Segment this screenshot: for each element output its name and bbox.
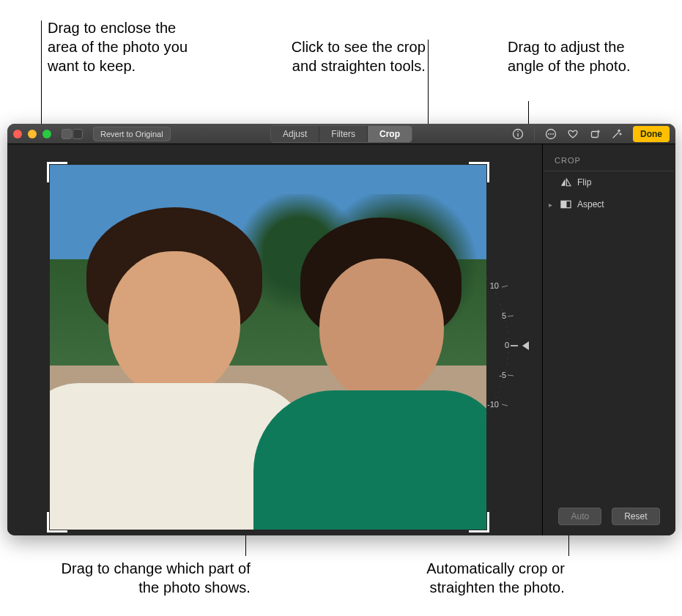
favorite-icon[interactable]: [567, 128, 579, 140]
editor-body: 10 5 0 -5 -10 CROP Flip ▸: [7, 144, 675, 535]
auto-enhance-icon[interactable]: [611, 128, 623, 140]
callout-pan-photo: Drag to change which part of the photo s…: [60, 559, 251, 597]
edit-mode-tabs: Adjust Filters Crop: [270, 125, 412, 143]
crop-handle-bottom-right[interactable]: [469, 512, 489, 532]
callout-text: Drag to enclose the area of the photo yo…: [48, 20, 188, 74]
callout-text: Drag to adjust the angle of the photo.: [508, 39, 631, 74]
svg-point-4: [548, 133, 549, 135]
flip-button[interactable]: Flip: [543, 171, 675, 193]
aspect-icon: [560, 200, 571, 209]
canvas-area: 10 5 0 -5 -10: [7, 144, 542, 535]
dial-tick: 5: [492, 311, 506, 320]
svg-line-11: [508, 375, 514, 376]
crop-handle-bottom-left[interactable]: [47, 512, 67, 532]
reset-button[interactable]: Reset: [612, 508, 659, 525]
dial-tick: 10: [484, 281, 499, 290]
zoom-window-button[interactable]: [42, 130, 51, 138]
auto-label: Auto: [571, 511, 589, 522]
aspect-menu[interactable]: ▸ Aspect: [543, 193, 675, 215]
done-button[interactable]: Done: [633, 126, 670, 142]
chevron-right-icon: ▸: [549, 201, 552, 209]
photo-crop-region[interactable]: [50, 165, 486, 530]
svg-point-6: [552, 133, 554, 135]
crop-handle-top-left[interactable]: [47, 162, 67, 182]
callout-crop-tab: Click to see the crop and straighten too…: [279, 37, 426, 75]
callout-text: Automatically crop or straighten the pho…: [426, 560, 565, 595]
reset-label: Reset: [624, 511, 647, 522]
dial-tick: 0: [494, 341, 509, 349]
tab-label: Adjust: [283, 129, 307, 139]
callout-text: Drag to change which part of the photo s…: [61, 560, 251, 595]
svg-point-5: [550, 133, 552, 135]
toolbar-separator: [534, 127, 535, 141]
svg-rect-7: [592, 131, 598, 137]
rotate-icon[interactable]: [589, 128, 601, 140]
tab-crop[interactable]: Crop: [368, 126, 412, 142]
svg-line-8: [502, 286, 508, 287]
view-toggle-right[interactable]: [73, 129, 83, 139]
callout-crop-handles: Drag to enclose the area of the photo yo…: [48, 18, 194, 75]
svg-line-9: [508, 316, 514, 316]
crop-handle-top-right[interactable]: [469, 162, 489, 182]
dial-pointer-icon[interactable]: [522, 341, 529, 350]
titlebar: Revert to Original Adjust Filters Crop: [7, 124, 675, 144]
svg-point-2: [517, 130, 519, 132]
done-label: Done: [640, 129, 662, 139]
revert-label: Revert to Original: [100, 130, 163, 138]
flip-icon: [560, 178, 571, 187]
auto-button[interactable]: Auto: [558, 508, 601, 525]
view-toggle-left[interactable]: [62, 129, 72, 139]
flip-label: Flip: [577, 177, 591, 188]
dial-tick: -5: [492, 371, 506, 379]
sidebar-buttons: Auto Reset: [543, 508, 675, 525]
svg-line-12: [502, 404, 508, 406]
window-controls: [13, 130, 51, 138]
photo-content: [268, 266, 481, 530]
callout-text: Click to see the crop and straighten too…: [292, 39, 426, 74]
aspect-label: Aspect: [577, 199, 604, 209]
revert-to-original-button[interactable]: Revert to Original: [93, 127, 171, 141]
minimize-window-button[interactable]: [28, 130, 37, 138]
callout-angle-dial: Drag to adjust the angle of the photo.: [508, 37, 640, 75]
photos-edit-window: Revert to Original Adjust Filters Crop: [7, 124, 675, 535]
toolbar-right: Done: [512, 126, 670, 142]
crop-sidebar: CROP Flip ▸ Aspect Auto: [542, 144, 675, 535]
photo-image[interactable]: [50, 165, 486, 530]
close-window-button[interactable]: [13, 130, 22, 138]
tab-filters[interactable]: Filters: [319, 126, 368, 142]
dial-tick: -10: [484, 400, 499, 409]
sidebar-heading: CROP: [544, 144, 674, 171]
view-toggle[interactable]: [62, 129, 83, 139]
callout-auto-button: Automatically crop or straighten the pho…: [374, 559, 565, 597]
straighten-dial[interactable]: 10 5 0 -5 -10: [480, 261, 531, 430]
info-icon[interactable]: [512, 128, 524, 140]
tab-label: Crop: [379, 129, 400, 139]
tab-adjust[interactable]: Adjust: [271, 126, 319, 142]
svg-rect-14: [561, 201, 567, 207]
more-icon[interactable]: [545, 128, 557, 140]
tab-label: Filters: [331, 129, 355, 139]
